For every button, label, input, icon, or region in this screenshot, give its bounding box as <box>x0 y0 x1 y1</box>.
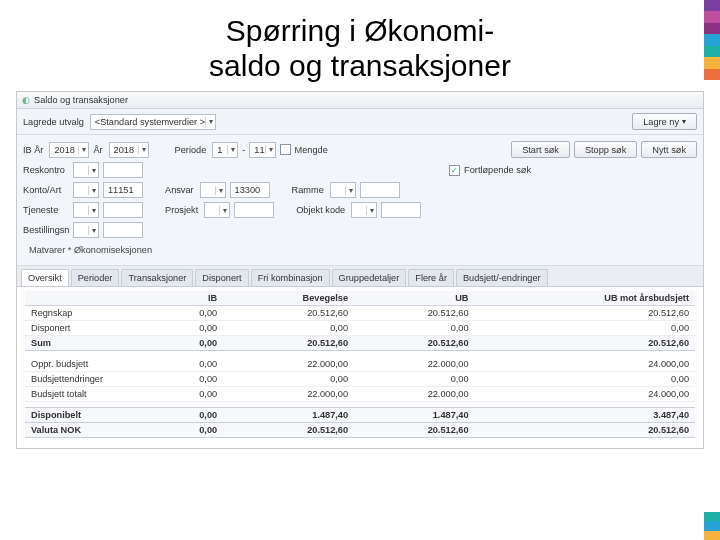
start-search-button[interactable]: Start søk <box>511 141 570 158</box>
tjeneste-op-dropdown[interactable]: ▾ <box>73 202 99 218</box>
tab-gruppedetaljer[interactable]: Gruppedetaljer <box>332 269 407 286</box>
table-row: Budsjett totalt0,0022.000,0022.000,0024.… <box>25 386 695 401</box>
reskontro-dropdown[interactable]: ▾ <box>73 162 99 178</box>
objekt-label: Objekt kode <box>296 205 347 215</box>
konto-input[interactable]: 11151 <box>103 182 143 198</box>
ansvar-input[interactable]: 13300 <box>230 182 270 198</box>
tjeneste-label: Tjeneste <box>23 205 69 215</box>
stop-search-button[interactable]: Stopp søk <box>574 141 637 158</box>
column-header: UB <box>354 291 474 306</box>
tab-budsjett-endringer[interactable]: Budsjett/-endringer <box>456 269 548 286</box>
result-table: IBBevegelseUBUB mot årsbudsjett Regnskap… <box>25 291 695 438</box>
mengde-label: Mengde <box>295 145 330 155</box>
ansvar-label: Ansvar <box>165 185 196 195</box>
tab-disponert[interactable]: Disponert <box>195 269 248 286</box>
konto-op-dropdown[interactable]: ▾ <box>73 182 99 198</box>
chevron-down-icon: ▾ <box>205 117 213 126</box>
prosjekt-label: Prosjekt <box>165 205 200 215</box>
konto-label: Konto/Art <box>23 185 69 195</box>
table-row: Sum0,0020.512,6020.512,6020.512,60 <box>25 336 695 351</box>
column-header <box>25 291 155 306</box>
decorative-stripe-top <box>704 0 720 80</box>
tab-transaksjoner[interactable]: Transaksjoner <box>121 269 193 286</box>
ramme-op-dropdown[interactable]: ▾ <box>330 182 356 198</box>
prosjekt-op-dropdown[interactable]: ▾ <box>204 202 230 218</box>
slide-title: Spørring i Økonomi- saldo og transaksjon… <box>0 0 720 91</box>
column-header: UB mot årsbudsjett <box>475 291 695 306</box>
ib-year-label: IB År <box>23 145 45 155</box>
reskontro-input[interactable] <box>103 162 143 178</box>
table-row: Disponibelt0,001.487,401.487,403.487,40 <box>25 407 695 422</box>
ib-year-dropdown[interactable]: 2018▾ <box>49 142 89 158</box>
column-header: IB <box>155 291 223 306</box>
ramme-label: Ramme <box>292 185 326 195</box>
tab-flere-r[interactable]: Flere år <box>408 269 454 286</box>
prosjekt-input[interactable] <box>234 202 274 218</box>
result-grid: IBBevegelseUBUB mot årsbudsjett Regnskap… <box>17 287 703 448</box>
table-row: Regnskap0,0020.512,6020.512,6020.512,60 <box>25 306 695 321</box>
decorative-stripe-bottom <box>704 512 720 540</box>
chevron-down-icon: ▾ <box>682 117 686 126</box>
fortlopende-checkbox[interactable]: ✓ <box>449 165 460 176</box>
period-from-dropdown[interactable]: 1▾ <box>212 142 238 158</box>
tab-oversikt[interactable]: Oversikt <box>21 269 69 286</box>
save-new-button[interactable]: Lagre ny▾ <box>632 113 697 130</box>
tab-bar: OversiktPerioderTransaksjonerDisponertFr… <box>17 266 703 287</box>
app-icon: ◐ <box>22 95 30 105</box>
fortlopende-label: Fortløpende søk <box>464 165 533 175</box>
tjeneste-input[interactable] <box>103 202 143 218</box>
saved-selection-dropdown[interactable]: <Standard systemverdier >▾ <box>90 114 216 130</box>
year-dropdown[interactable]: 2018▾ <box>109 142 149 158</box>
new-search-button[interactable]: Nytt søk <box>641 141 697 158</box>
app-window: ◐ Saldo og transaksjoner Lagrede utvalg … <box>16 91 704 449</box>
saved-selection-label: Lagrede utvalg <box>23 117 86 127</box>
table-row: Budsjettendringer0,000,000,000,00 <box>25 371 695 386</box>
bestilling-label: Bestillingsn <box>23 225 69 235</box>
table-row: Valuta NOK0,0020.512,6020.512,6020.512,6… <box>25 422 695 437</box>
filter-panel: IB År 2018▾ År 2018▾ Periode 1▾ - 11▾ Me… <box>17 135 703 266</box>
year-label: År <box>93 145 104 155</box>
tab-perioder[interactable]: Perioder <box>71 269 120 286</box>
table-row: Oppr. budsjett0,0022.000,0022.000,0024.0… <box>25 357 695 372</box>
bestilling-op-dropdown[interactable]: ▾ <box>73 222 99 238</box>
table-row: Disponert0,000,000,000,00 <box>25 321 695 336</box>
tab-fri-kombinasjon[interactable]: Fri kombinasjon <box>251 269 330 286</box>
table-header-row: IBBevegelseUBUB mot årsbudsjett <box>25 291 695 306</box>
ramme-input[interactable] <box>360 182 400 198</box>
reskontro-label: Reskontro <box>23 165 69 175</box>
filter-description: Matvarer * Økonomiseksjonen <box>23 242 697 261</box>
toolbar: Lagrede utvalg <Standard systemverdier >… <box>17 109 703 135</box>
period-to-dropdown[interactable]: 11▾ <box>249 142 275 158</box>
window-titlebar: ◐ Saldo og transaksjoner <box>17 92 703 109</box>
objekt-input[interactable] <box>381 202 421 218</box>
objekt-op-dropdown[interactable]: ▾ <box>351 202 377 218</box>
mengde-checkbox[interactable] <box>280 144 291 155</box>
column-header: Bevegelse <box>223 291 354 306</box>
bestilling-input[interactable] <box>103 222 143 238</box>
ansvar-op-dropdown[interactable]: ▾ <box>200 182 226 198</box>
window-title: Saldo og transaksjoner <box>34 95 128 105</box>
period-label: Periode <box>175 145 209 155</box>
